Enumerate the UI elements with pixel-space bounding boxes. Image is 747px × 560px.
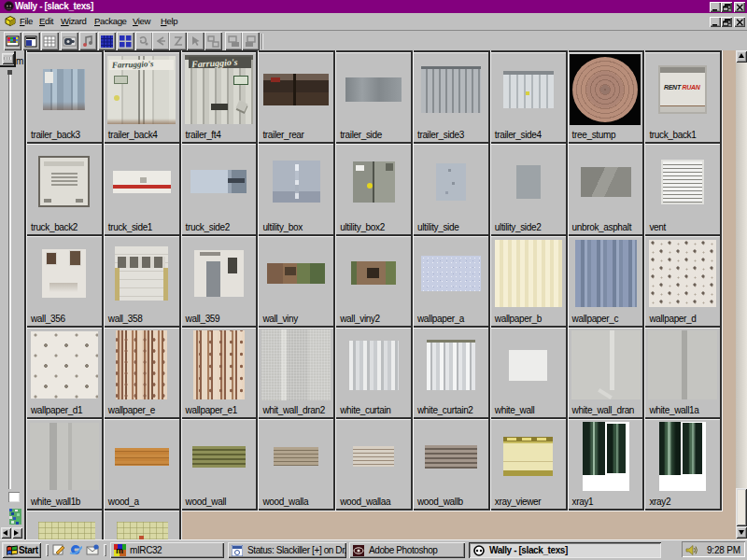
svg-text:m: m — [116, 546, 123, 555]
